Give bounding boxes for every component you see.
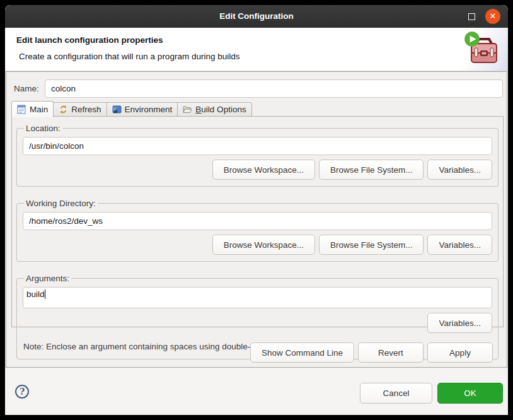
arguments-variables-button[interactable]: Variables...	[427, 313, 492, 333]
working-directory-variables-button[interactable]: Variables...	[427, 235, 492, 255]
header-subtitle: Create a configuration that will run a p…	[19, 52, 239, 61]
tab-build-options[interactable]: Build Options	[178, 102, 251, 117]
arguments-textarea[interactable]: build	[23, 287, 492, 308]
form-page-icon	[17, 105, 26, 114]
working-directory-group-label: Working Directory:	[24, 199, 98, 208]
tab-refresh-label: Refresh	[71, 105, 101, 114]
environment-icon	[112, 105, 122, 114]
location-browse-workspace-button[interactable]: Browse Workspace...	[212, 160, 315, 180]
dialog-header: Edit launch configuration properties Cre…	[5, 28, 508, 71]
show-command-line-button[interactable]: Show Command Line	[250, 342, 354, 363]
tab-content-main: Location: Browse Workspace... Browse Fil…	[11, 116, 504, 327]
location-browse-filesystem-button[interactable]: Browse File System...	[319, 160, 424, 180]
location-variables-button[interactable]: Variables...	[427, 160, 492, 180]
external-tools-toolbox-icon	[464, 32, 500, 69]
working-directory-group: Working Directory: Browse Workspace... B…	[16, 199, 499, 262]
tab-build-options-label: Build Options	[195, 105, 246, 114]
location-group: Location: Browse Workspace... Browse Fil…	[16, 124, 499, 187]
arguments-group-label: Arguments:	[24, 274, 71, 283]
location-group-label: Location:	[24, 124, 62, 133]
name-label: Name:	[14, 80, 39, 98]
configuration-panel: Name: Main	[6, 71, 507, 368]
tab-main-label: Main	[30, 105, 48, 114]
edit-configuration-dialog: Edit Configuration ✕ Edit launch configu…	[5, 5, 508, 415]
tab-refresh[interactable]: Refresh	[54, 102, 107, 117]
dialog-action-row: Show Command Line Revert Apply	[250, 342, 493, 363]
name-input[interactable]	[45, 79, 503, 98]
window-title: Edit Configuration	[5, 5, 508, 28]
cancel-button[interactable]: Cancel	[360, 383, 432, 404]
screen: Edit Configuration ✕ Edit launch configu…	[0, 0, 513, 420]
working-directory-input[interactable]	[23, 212, 492, 230]
close-icon: ✕	[490, 11, 497, 21]
dialog-footer: ? Cancel OK	[5, 368, 508, 415]
location-input[interactable]	[23, 137, 492, 155]
help-button[interactable]: ?	[15, 385, 29, 399]
ok-button[interactable]: OK	[437, 383, 503, 404]
titlebar[interactable]: Edit Configuration ✕	[5, 5, 508, 28]
apply-button[interactable]: Apply	[427, 342, 493, 363]
close-button[interactable]: ✕	[485, 9, 500, 24]
working-directory-browse-filesystem-button[interactable]: Browse File System...	[319, 235, 424, 255]
open-folder-icon	[183, 105, 192, 114]
question-mark-icon: ?	[20, 387, 25, 397]
header-title: Edit launch configuration properties	[16, 35, 163, 45]
working-directory-browse-workspace-button[interactable]: Browse Workspace...	[212, 235, 315, 255]
maximize-button[interactable]	[468, 13, 475, 20]
tab-main[interactable]: Main	[11, 101, 54, 117]
revert-button[interactable]: Revert	[358, 342, 424, 363]
tab-bar: Main Refresh	[11, 100, 252, 117]
tab-environment[interactable]: Environment	[107, 102, 178, 117]
text-caret	[45, 289, 45, 299]
tab-environment-label: Environment	[125, 105, 173, 114]
arguments-value: build	[26, 289, 45, 299]
refresh-icon	[59, 105, 68, 114]
